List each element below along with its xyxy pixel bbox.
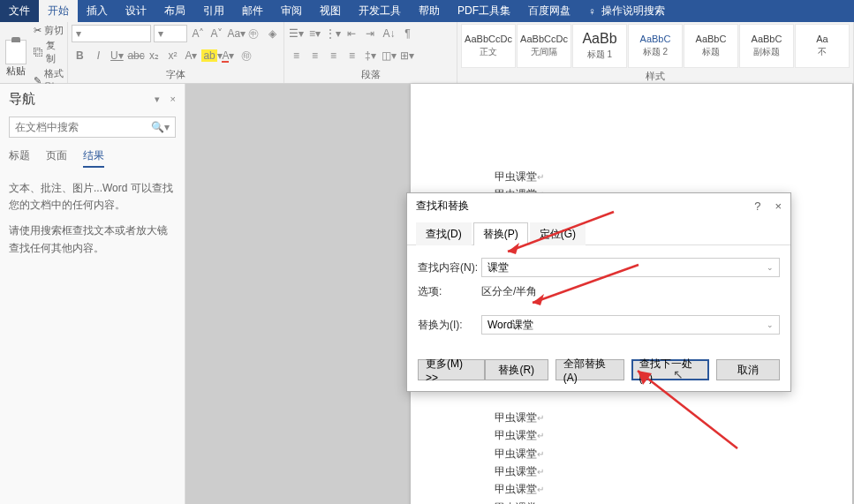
dialog-help-icon[interactable]: ? [754, 199, 760, 213]
menu-baidu[interactable]: 百度网盘 [519, 0, 579, 22]
font-family-select[interactable]: ▾ [72, 25, 151, 42]
dialog-close-icon[interactable]: × [775, 199, 782, 213]
find-input[interactable]: 课堂⌄ [481, 258, 780, 277]
dialog-titlebar[interactable]: 查找和替换 ? × [407, 193, 790, 218]
menu-pdf[interactable]: PDF工具集 [449, 0, 519, 22]
style-heading2[interactable]: AaBbC标题 2 [628, 24, 683, 68]
doc-line: 甲虫课堂↵ [495, 168, 852, 185]
find-next-button[interactable]: 查找下一处(F) [631, 359, 709, 380]
grow-font-button[interactable]: A˄ [190, 27, 206, 40]
style-more[interactable]: Aa不 [795, 24, 850, 68]
options-label: 选项: [418, 284, 476, 299]
menu-help[interactable]: 帮助 [410, 0, 449, 22]
highlight-button[interactable]: ab▾ [201, 49, 217, 62]
shrink-font-button[interactable]: A˅ [208, 27, 224, 40]
menu-layout[interactable]: 布局 [155, 0, 194, 22]
underline-button[interactable]: U▾ [109, 49, 125, 62]
menu-home[interactable]: 开始 [39, 0, 78, 22]
scissors-icon: ✂ [34, 25, 42, 36]
replace-label: 替换为(I): [418, 318, 476, 333]
nav-search-box[interactable]: 🔍▾ [9, 117, 176, 138]
multilevel-button[interactable]: ⋮▾ [325, 27, 341, 40]
bold-button[interactable]: B [72, 49, 87, 62]
line-spacing-button[interactable]: ‡▾ [362, 49, 378, 62]
nav-tab-results[interactable]: 结果 [83, 148, 104, 168]
menu-design[interactable]: 设计 [117, 0, 155, 22]
strikethrough-button[interactable]: abc [127, 49, 143, 62]
chevron-down-icon[interactable]: ⌄ [767, 263, 774, 272]
ribbon-font-group: ▾ ▾ A˄ A˅ Aa▾ ㊥ ◈ B I U▾ abc x₂ x² A▾ ab… [68, 22, 284, 83]
ribbon-paragraph-group: ☰▾ ≡▾ ⋮▾ ⇤ ⇥ A↓ ¶ ≡ ≡ ≡ ≡ ‡▾ ◫▾ ⊞▾ 段落 [284, 22, 457, 83]
menu-developer[interactable]: 开发工具 [350, 0, 410, 22]
sort-button[interactable]: A↓ [381, 27, 397, 40]
dialog-tabs: 查找(D) 替换(P) 定位(G) [407, 218, 790, 245]
cancel-button[interactable]: 取消 [716, 359, 780, 380]
shading-button[interactable]: ◫▾ [381, 49, 397, 62]
align-center-button[interactable]: ≡ [306, 49, 322, 62]
style-name: 标题 2 [643, 46, 668, 58]
clear-format-button[interactable]: ◈ [264, 27, 280, 40]
style-preview: AaBbC [752, 34, 782, 44]
nav-dropdown-icon[interactable]: ▾ [155, 94, 160, 105]
copy-button[interactable]: ⿻复制 [34, 39, 64, 65]
style-preview: AaBbCcDc [520, 34, 568, 44]
chevron-down-icon[interactable]: ⌄ [767, 320, 774, 329]
superscript-button[interactable]: x² [164, 49, 180, 62]
font-color-button[interactable]: A▾ [220, 49, 236, 63]
replace-input[interactable]: Word课堂⌄ [481, 315, 780, 335]
style-name: 标题 [702, 46, 720, 58]
enclose-char-button[interactable]: ㊞ [238, 49, 254, 64]
style-subtitle[interactable]: AaBbC副标题 [739, 24, 794, 68]
style-no-spacing[interactable]: AaBbCcDc无间隔 [517, 24, 571, 68]
change-case-button[interactable]: Aa▾ [227, 27, 243, 40]
nav-close-icon[interactable]: × [170, 94, 176, 105]
style-heading1[interactable]: AaBb标题 1 [572, 24, 627, 68]
doc-line: 甲虫课堂↵ [495, 463, 852, 480]
dialog-tab-goto[interactable]: 定位(G) [530, 222, 586, 245]
nav-tab-pages[interactable]: 页面 [46, 148, 67, 168]
copy-label: 复制 [46, 39, 64, 65]
style-normal[interactable]: AaBbCcDc正文 [461, 24, 516, 68]
replace-button[interactable]: 替换(R) [485, 359, 548, 380]
nav-tab-headings[interactable]: 标题 [9, 148, 30, 168]
increase-indent-button[interactable]: ⇥ [362, 27, 378, 40]
justify-button[interactable]: ≡ [344, 49, 359, 62]
doc-line: 甲虫课堂↵ [495, 426, 852, 444]
menu-mailings[interactable]: 邮件 [233, 0, 272, 22]
menu-insert[interactable]: 插入 [78, 0, 117, 22]
menu-view[interactable]: 视图 [311, 0, 350, 22]
search-icon[interactable]: 🔍▾ [151, 121, 170, 133]
align-left-button[interactable]: ≡ [288, 49, 304, 62]
options-value: 区分全/半角 [481, 284, 537, 299]
bullets-button[interactable]: ☰▾ [288, 27, 304, 40]
menu-references[interactable]: 引用 [194, 0, 233, 22]
style-name: 标题 1 [587, 49, 612, 61]
menu-tellme[interactable]: ♀ 操作说明搜索 [579, 0, 674, 22]
borders-button[interactable]: ⊞▾ [399, 49, 415, 62]
ribbon: 粘贴 ✂剪切 ⿻复制 ✎格式刷 剪贴板 ▾ ▾ A˄ A˅ Aa▾ ㊥ ◈ B … [0, 22, 854, 84]
style-gallery[interactable]: AaBbCcDc正文 AaBbCcDc无间隔 AaBb标题 1 AaBbC标题 … [461, 24, 850, 68]
style-name: 不 [818, 46, 827, 58]
subscript-button[interactable]: x₂ [146, 49, 162, 62]
dialog-tab-replace[interactable]: 替换(P) [473, 222, 528, 245]
style-name: 无间隔 [531, 46, 557, 58]
nav-help-text-1: 文本、批注、图片...Word 可以查找您的文档中的任何内容。 [9, 180, 176, 214]
text-effects-button[interactable]: A▾ [183, 49, 199, 62]
numbering-button[interactable]: ≡▾ [306, 27, 322, 40]
menu-review[interactable]: 审阅 [272, 0, 311, 22]
more-button[interactable]: 更多(M) >> [418, 359, 485, 380]
replace-all-button[interactable]: 全部替换(A) [555, 359, 624, 380]
dialog-tab-find[interactable]: 查找(D) [416, 222, 472, 245]
italic-button[interactable]: I [90, 49, 106, 62]
decrease-indent-button[interactable]: ⇤ [344, 27, 359, 40]
align-right-button[interactable]: ≡ [325, 49, 341, 62]
show-marks-button[interactable]: ¶ [399, 27, 415, 40]
nav-search-input[interactable] [15, 121, 151, 133]
style-title[interactable]: AaBbC标题 [684, 24, 738, 68]
font-size-select[interactable]: ▾ [154, 25, 187, 42]
replace-value: Word课堂 [487, 318, 533, 333]
paste-button[interactable]: 粘贴 [4, 37, 28, 81]
menu-file[interactable]: 文件 [0, 0, 39, 22]
cut-button[interactable]: ✂剪切 [34, 24, 64, 37]
phonetic-button[interactable]: ㊥ [246, 26, 261, 41]
